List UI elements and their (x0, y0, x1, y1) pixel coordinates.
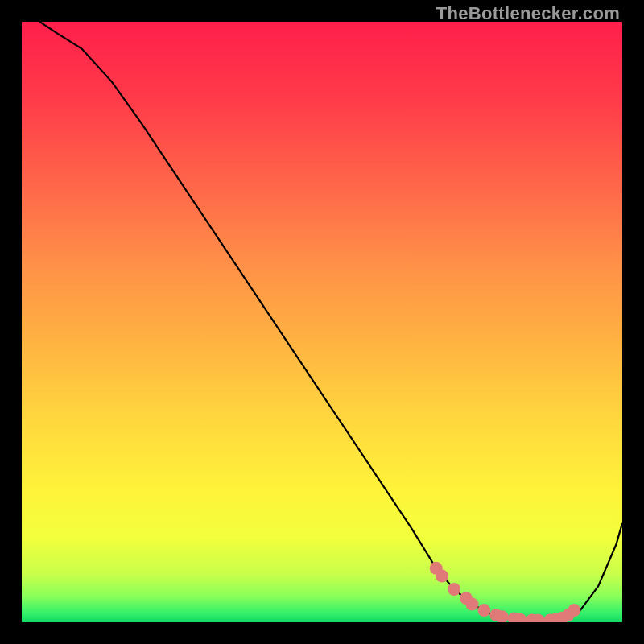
data-marker (436, 570, 448, 583)
data-marker (466, 598, 479, 611)
plot-area (22, 22, 622, 622)
data-marker (477, 604, 490, 617)
data-marker (568, 604, 580, 617)
chart-frame: TheBottlenecker.com (0, 0, 644, 644)
data-marker (448, 583, 460, 596)
gradient-background (22, 22, 622, 622)
chart-svg (22, 22, 622, 622)
